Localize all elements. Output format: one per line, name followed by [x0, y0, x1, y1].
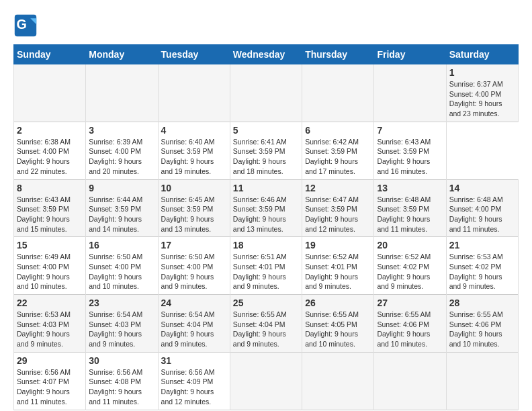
- cell-content: Sunrise: 6:52 AM Sunset: 4:01 PM Dayligh…: [305, 253, 359, 290]
- cell-content: Sunrise: 6:55 AM Sunset: 4:05 PM Dayligh…: [305, 310, 359, 348]
- cell-content: Sunrise: 6:45 AM Sunset: 3:59 PM Dayligh…: [161, 195, 215, 233]
- day-number: 31: [161, 355, 227, 366]
- cell-content: Sunrise: 6:40 AM Sunset: 3:59 PM Dayligh…: [161, 138, 215, 175]
- calendar-cell: [14, 64, 86, 122]
- cell-content: Sunrise: 6:47 AM Sunset: 3:59 PM Dayligh…: [305, 195, 359, 233]
- calendar-cell: [446, 352, 518, 410]
- calendar-cell: [158, 64, 230, 122]
- day-number: 27: [377, 298, 443, 308]
- calendar-cell: 26 Sunrise: 6:55 AM Sunset: 4:05 PM Dayl…: [302, 295, 374, 353]
- cell-content: Sunrise: 6:41 AM Sunset: 3:59 PM Dayligh…: [233, 138, 287, 175]
- day-number: 8: [17, 183, 83, 193]
- cell-content: Sunrise: 6:51 AM Sunset: 4:01 PM Dayligh…: [233, 253, 287, 290]
- day-number: 3: [89, 125, 154, 136]
- day-number: 23: [89, 298, 154, 308]
- calendar-cell: 17 Sunrise: 6:50 AM Sunset: 4:00 PM Dayl…: [158, 237, 230, 295]
- day-number: 12: [305, 183, 371, 193]
- day-number: 13: [377, 183, 443, 193]
- calendar-cell: 13 Sunrise: 6:48 AM Sunset: 3:59 PM Dayl…: [374, 179, 446, 237]
- calendar-cell: 6 Sunrise: 6:42 AM Sunset: 3:59 PM Dayli…: [302, 122, 374, 179]
- calendar-cell: 7 Sunrise: 6:43 AM Sunset: 3:59 PM Dayli…: [374, 122, 446, 179]
- calendar-cell: 20 Sunrise: 6:52 AM Sunset: 4:02 PM Dayl…: [374, 237, 446, 295]
- day-number: 20: [377, 240, 443, 250]
- cell-content: Sunrise: 6:37 AM Sunset: 4:00 PM Dayligh…: [449, 80, 503, 118]
- calendar-week-4: 22 Sunrise: 6:53 AM Sunset: 4:03 PM Dayl…: [14, 295, 519, 353]
- calendar-cell: 14 Sunrise: 6:48 AM Sunset: 4:00 PM Dayl…: [446, 179, 518, 237]
- day-number: 15: [17, 240, 83, 250]
- cell-content: Sunrise: 6:39 AM Sunset: 4:00 PM Dayligh…: [89, 138, 142, 175]
- calendar-week-0: 1 Sunrise: 6:37 AM Sunset: 4:00 PM Dayli…: [14, 64, 519, 122]
- header-day-friday: Friday: [374, 45, 446, 64]
- svg-text:G: G: [17, 17, 27, 32]
- calendar-cell: 4 Sunrise: 6:40 AM Sunset: 3:59 PM Dayli…: [158, 122, 230, 179]
- cell-content: Sunrise: 6:50 AM Sunset: 4:00 PM Dayligh…: [161, 253, 215, 290]
- calendar-cell: 27 Sunrise: 6:55 AM Sunset: 4:06 PM Dayl…: [374, 295, 446, 353]
- calendar-cell: 2 Sunrise: 6:38 AM Sunset: 4:00 PM Dayli…: [14, 122, 86, 179]
- cell-content: Sunrise: 6:43 AM Sunset: 3:59 PM Dayligh…: [17, 195, 71, 233]
- day-number: 18: [233, 240, 299, 250]
- cell-content: Sunrise: 6:55 AM Sunset: 4:06 PM Dayligh…: [449, 310, 503, 348]
- calendar-cell: [302, 352, 374, 410]
- day-number: 19: [305, 240, 371, 250]
- cell-content: Sunrise: 6:53 AM Sunset: 4:02 PM Dayligh…: [449, 253, 503, 290]
- calendar-cell: 3 Sunrise: 6:39 AM Sunset: 4:00 PM Dayli…: [86, 122, 158, 179]
- calendar-cell: 15 Sunrise: 6:49 AM Sunset: 4:00 PM Dayl…: [14, 237, 86, 295]
- day-number: 5: [233, 125, 299, 136]
- cell-content: Sunrise: 6:43 AM Sunset: 3:59 PM Dayligh…: [377, 138, 431, 175]
- header-day-tuesday: Tuesday: [158, 45, 230, 64]
- cell-content: Sunrise: 6:54 AM Sunset: 4:04 PM Dayligh…: [161, 310, 215, 348]
- calendar-cell: [302, 64, 374, 122]
- cell-content: Sunrise: 6:42 AM Sunset: 3:59 PM Dayligh…: [305, 138, 359, 175]
- day-number: 24: [161, 298, 227, 308]
- calendar-week-3: 15 Sunrise: 6:49 AM Sunset: 4:00 PM Dayl…: [14, 237, 519, 295]
- calendar-cell: [374, 64, 446, 122]
- calendar-cell: 28 Sunrise: 6:55 AM Sunset: 4:06 PM Dayl…: [446, 295, 518, 353]
- calendar-cell: 19 Sunrise: 6:52 AM Sunset: 4:01 PM Dayl…: [302, 237, 374, 295]
- day-number: 25: [233, 298, 299, 308]
- calendar-cell: 9 Sunrise: 6:44 AM Sunset: 3:59 PM Dayli…: [86, 179, 158, 237]
- day-number: 14: [449, 183, 515, 193]
- calendar-week-1: 2 Sunrise: 6:38 AM Sunset: 4:00 PM Dayli…: [14, 122, 519, 179]
- calendar-cell: 18 Sunrise: 6:51 AM Sunset: 4:01 PM Dayl…: [230, 237, 302, 295]
- day-number: 16: [89, 240, 154, 250]
- header-day-saturday: Saturday: [446, 45, 518, 64]
- cell-content: Sunrise: 6:55 AM Sunset: 4:04 PM Dayligh…: [233, 310, 287, 348]
- day-number: 29: [17, 355, 83, 366]
- calendar-cell: [374, 352, 446, 410]
- logo-icon: G: [13, 13, 38, 38]
- header-day-wednesday: Wednesday: [230, 45, 302, 64]
- calendar-cell: 11 Sunrise: 6:46 AM Sunset: 3:59 PM Dayl…: [230, 179, 302, 237]
- day-number: 6: [305, 125, 371, 136]
- calendar-cell: 23 Sunrise: 6:54 AM Sunset: 4:03 PM Dayl…: [86, 295, 158, 353]
- day-number: 10: [161, 183, 227, 193]
- logo: G: [13, 13, 42, 38]
- day-number: 17: [161, 240, 227, 250]
- day-number: 9: [89, 183, 154, 193]
- calendar-cell: 12 Sunrise: 6:47 AM Sunset: 3:59 PM Dayl…: [302, 179, 374, 237]
- calendar-cell: 29 Sunrise: 6:56 AM Sunset: 4:07 PM Dayl…: [14, 352, 86, 410]
- cell-content: Sunrise: 6:56 AM Sunset: 4:09 PM Dayligh…: [161, 368, 215, 406]
- calendar-week-2: 8 Sunrise: 6:43 AM Sunset: 3:59 PM Dayli…: [14, 179, 519, 237]
- cell-content: Sunrise: 6:46 AM Sunset: 3:59 PM Dayligh…: [233, 195, 287, 233]
- cell-content: Sunrise: 6:49 AM Sunset: 4:00 PM Dayligh…: [17, 253, 71, 290]
- calendar-cell: 31 Sunrise: 6:56 AM Sunset: 4:09 PM Dayl…: [158, 352, 230, 410]
- calendar-cell: [230, 352, 302, 410]
- cell-content: Sunrise: 6:54 AM Sunset: 4:03 PM Dayligh…: [89, 310, 142, 348]
- calendar-cell: 21 Sunrise: 6:53 AM Sunset: 4:02 PM Dayl…: [446, 237, 518, 295]
- day-number: 28: [449, 298, 515, 308]
- calendar-week-5: 29 Sunrise: 6:56 AM Sunset: 4:07 PM Dayl…: [14, 352, 519, 410]
- calendar-cell: [230, 64, 302, 122]
- calendar-cell: 5 Sunrise: 6:41 AM Sunset: 3:59 PM Dayli…: [230, 122, 302, 179]
- day-number: 26: [305, 298, 371, 308]
- calendar-table: SundayMondayTuesdayWednesdayThursdayFrid…: [13, 44, 519, 410]
- calendar-cell: 24 Sunrise: 6:54 AM Sunset: 4:04 PM Dayl…: [158, 295, 230, 353]
- cell-content: Sunrise: 6:56 AM Sunset: 4:08 PM Dayligh…: [89, 368, 142, 406]
- calendar-cell: 25 Sunrise: 6:55 AM Sunset: 4:04 PM Dayl…: [230, 295, 302, 353]
- day-number: 7: [377, 125, 443, 136]
- cell-content: Sunrise: 6:53 AM Sunset: 4:03 PM Dayligh…: [17, 310, 71, 348]
- header: G: [13, 13, 519, 38]
- header-day-monday: Monday: [86, 45, 158, 64]
- header-day-thursday: Thursday: [302, 45, 374, 64]
- calendar-cell: 10 Sunrise: 6:45 AM Sunset: 3:59 PM Dayl…: [158, 179, 230, 237]
- calendar-cell: 22 Sunrise: 6:53 AM Sunset: 4:03 PM Dayl…: [14, 295, 86, 353]
